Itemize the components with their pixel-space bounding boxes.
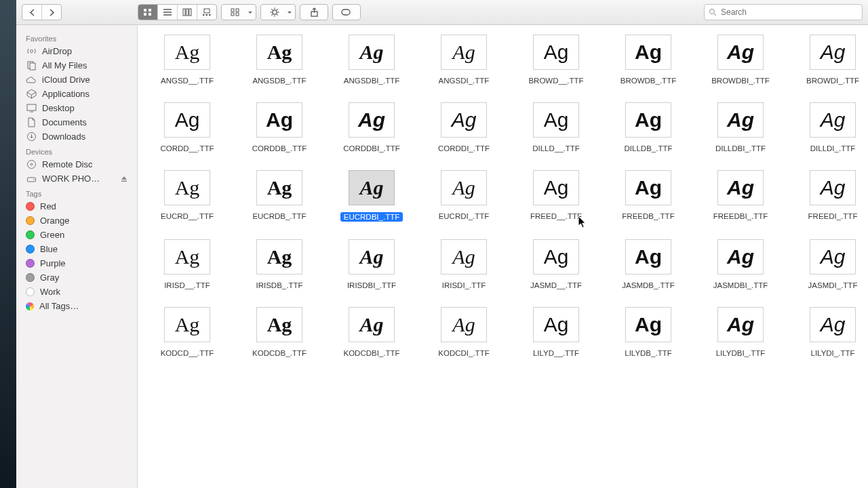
file-item[interactable]: AgLILYD__.TTF — [511, 307, 601, 357]
file-item[interactable]: AgIRISDI_.TTF — [418, 239, 509, 289]
file-item[interactable]: AgJASMDBI_.TTF — [695, 239, 786, 289]
file-item[interactable]: AgIRISDB_.TTF — [234, 239, 325, 289]
file-item[interactable]: AgANGSD__.TTF — [142, 35, 233, 85]
sidebar-tag-gray[interactable]: Gray — [16, 270, 137, 285]
file-thumbnail: Ag — [256, 307, 302, 342]
back-button[interactable] — [22, 5, 41, 20]
sidebar-item-apps[interactable]: Applications — [16, 87, 137, 101]
svg-rect-13 — [209, 14, 211, 16]
sidebar-tag-red[interactable]: Red — [16, 199, 137, 214]
file-item[interactable]: AgEUCRD__.TTF — [142, 170, 233, 222]
file-item[interactable]: AgLILYDB_.TTF — [603, 307, 694, 357]
file-name: LILYDB_.TTF — [625, 349, 671, 357]
sidebar-tag-green[interactable]: Green — [16, 228, 137, 242]
view-columns-button[interactable] — [177, 5, 197, 20]
file-item[interactable]: AgFREEDBI_.TTF — [695, 170, 786, 222]
font-glyph: Ag — [452, 178, 475, 198]
sidebar-tag-purple[interactable]: Purple — [16, 256, 137, 270]
file-item[interactable]: AgDILLDBI_.TTF — [695, 102, 786, 152]
desktop-background-strip — [0, 0, 16, 488]
files-icon — [26, 60, 37, 70]
file-item[interactable]: AgCORDDB_.TTF — [234, 102, 325, 152]
file-item[interactable]: AgEUCRDBI_.TTF — [326, 170, 417, 222]
file-item[interactable]: AgJASMD__.TTF — [511, 239, 601, 289]
file-item[interactable]: AgBROWDBI_.TTF — [695, 35, 786, 85]
file-thumbnail: Ag — [810, 307, 856, 342]
file-item[interactable]: AgJASMDI_.TTF — [787, 239, 868, 289]
search-input[interactable] — [719, 7, 858, 18]
font-glyph: Ag — [452, 247, 475, 267]
file-item[interactable]: AgKODCDB_.TTF — [234, 307, 325, 357]
sidebar-tag-none[interactable]: Work — [16, 285, 137, 299]
file-item[interactable]: AgFREEDB_.TTF — [603, 170, 694, 222]
file-item[interactable]: AgKODCDBI_.TTF — [326, 307, 417, 357]
sidebar-item-files[interactable]: All My Files — [16, 58, 137, 73]
tags-button[interactable] — [332, 4, 361, 20]
sidebar-item-drive[interactable]: WORK PHO… — [16, 171, 137, 186]
font-glyph: Ag — [821, 42, 846, 62]
file-thumbnail: Ag — [533, 239, 579, 274]
sidebar-item-download[interactable]: Downloads — [16, 129, 137, 144]
sidebar-item-docs[interactable]: Documents — [16, 115, 137, 129]
content-area[interactable]: AgANGSD__.TTFAgANGSDB_.TTFAgANGSDBI_.TTF… — [138, 25, 868, 488]
file-item[interactable]: AgIRISD__.TTF — [142, 239, 233, 289]
file-item[interactable]: AgDILLDI_.TTF — [787, 102, 868, 152]
file-item[interactable]: AgEUCRDB_.TTF — [234, 170, 325, 222]
search-field[interactable] — [704, 4, 863, 20]
file-item[interactable]: AgFREED__.TTF — [511, 170, 601, 222]
forward-button[interactable] — [41, 5, 61, 20]
sidebar-item-disc[interactable]: Remote Disc — [16, 157, 137, 171]
svg-rect-1 — [149, 9, 151, 12]
airdrop-icon — [26, 46, 37, 56]
file-item[interactable]: AgCORDDI_.TTF — [418, 102, 509, 152]
svg-point-29 — [710, 9, 715, 14]
file-item[interactable]: AgBROWDI_.TTF — [787, 35, 868, 85]
file-item[interactable]: AgBROWDB_.TTF — [603, 35, 694, 85]
file-item[interactable]: AgDILLDB_.TTF — [603, 102, 694, 152]
sidebar-tag-blue[interactable]: Blue — [16, 242, 137, 256]
font-glyph: Ag — [359, 314, 383, 335]
svg-rect-8 — [186, 9, 189, 16]
file-item[interactable]: AgKODCD__.TTF — [142, 307, 233, 357]
sidebar-item-airdrop[interactable]: AirDrop — [16, 44, 137, 58]
file-item[interactable]: AgBROWD__.TTF — [511, 35, 601, 85]
sidebar-tag-orange[interactable]: Orange — [16, 214, 137, 228]
file-item[interactable]: AgLILYDI_.TTF — [787, 307, 868, 357]
file-item[interactable]: AgEUCRDI_.TTF — [418, 170, 509, 222]
arrange-button[interactable] — [221, 4, 256, 20]
file-thumbnail: Ag — [533, 35, 579, 70]
eject-icon[interactable] — [121, 176, 127, 182]
font-glyph: Ag — [267, 314, 292, 335]
font-glyph: Ag — [544, 247, 569, 267]
file-item[interactable]: AgCORDD__.TTF — [142, 102, 233, 152]
font-glyph: Ag — [635, 178, 662, 198]
file-item[interactable]: AgIRISDBI_.TTF — [326, 239, 417, 289]
file-item[interactable]: AgJASMDB_.TTF — [603, 239, 694, 289]
action-button[interactable] — [260, 4, 296, 20]
view-icons-button[interactable] — [138, 5, 157, 20]
share-button[interactable] — [300, 4, 328, 20]
view-gallery-button[interactable] — [197, 5, 216, 20]
font-glyph: Ag — [727, 110, 754, 130]
file-name: BROWDI_.TTF — [806, 77, 859, 85]
file-name: IRISD__.TTF — [164, 281, 210, 289]
file-item[interactable]: AgANGSDI_.TTF — [418, 35, 509, 85]
apps-icon — [26, 89, 37, 99]
file-thumbnail: Ag — [349, 307, 395, 342]
sidebar-item-desktop[interactable]: Desktop — [16, 101, 137, 115]
view-list-button[interactable] — [157, 5, 177, 20]
file-name: DILLDB_.TTF — [625, 144, 673, 152]
file-item[interactable]: AgANGSDB_.TTF — [234, 35, 325, 85]
file-thumbnail: Ag — [256, 170, 302, 205]
file-item[interactable]: AgLILYDBI_.TTF — [695, 307, 786, 357]
sidebar-item-cloud[interactable]: iCloud Drive — [16, 73, 137, 87]
file-item[interactable]: AgCORDDBI_.TTF — [326, 102, 417, 152]
file-thumbnail: Ag — [441, 170, 487, 205]
sidebar-tag-all[interactable]: All Tags… — [16, 299, 137, 313]
file-item[interactable]: AgKODCDI_.TTF — [418, 307, 509, 357]
file-thumbnail: Ag — [717, 35, 764, 70]
font-glyph: Ag — [821, 247, 846, 267]
file-item[interactable]: AgFREEDI_.TTF — [787, 170, 868, 222]
file-item[interactable]: AgDILLD__.TTF — [511, 102, 601, 152]
file-item[interactable]: AgANGSDBI_.TTF — [326, 35, 417, 85]
